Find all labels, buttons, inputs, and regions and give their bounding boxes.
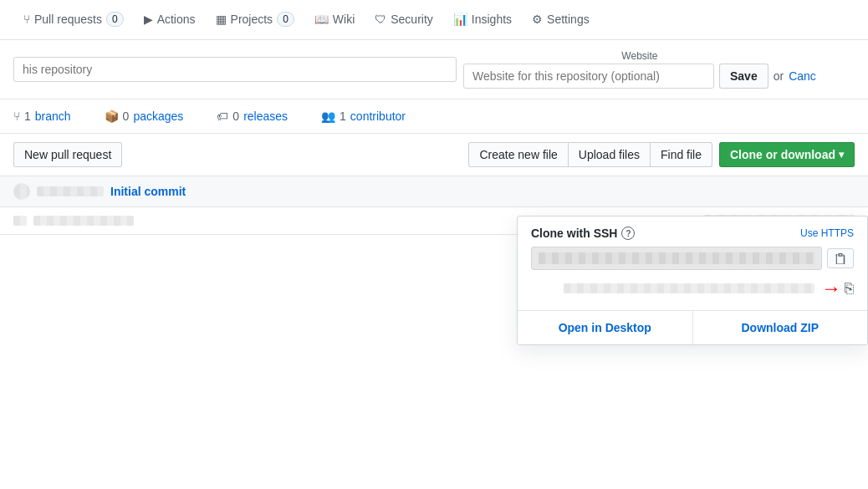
- nav-item-settings[interactable]: ⚙ Settings: [522, 0, 600, 40]
- contributors-link[interactable]: contributor: [350, 110, 406, 123]
- website-row: Save or Canc: [463, 64, 816, 89]
- clone-or-download-button[interactable]: Clone or download ▾: [719, 142, 855, 167]
- right-actions: Create new file Upload files Find file C…: [468, 142, 855, 167]
- security-icon: 🛡: [375, 13, 386, 26]
- clone-button-label: Clone or download: [730, 148, 835, 161]
- nav-item-wiki-label: Wiki: [333, 13, 355, 26]
- nav-item-pull-requests-label: Pull requests: [34, 13, 102, 26]
- stat-contributors: 👥 1 contributor: [321, 110, 406, 123]
- nav-item-insights-label: Insights: [472, 13, 512, 26]
- releases-icon: 🏷: [217, 110, 228, 123]
- clone-panel-header: Clone with SSH ? Use HTTPS: [518, 216, 867, 235]
- projects-badge: 0: [277, 12, 294, 27]
- create-new-file-button[interactable]: Create new file: [468, 142, 568, 167]
- packages-link[interactable]: packages: [133, 110, 183, 123]
- settings-icon: ⚙: [532, 13, 543, 26]
- releases-link[interactable]: releases: [243, 110, 288, 123]
- website-label: Website: [463, 50, 816, 62]
- clone-title: Clone with SSH ?: [531, 227, 635, 235]
- cancel-link[interactable]: Canc: [789, 69, 816, 83]
- projects-icon: ▦: [216, 13, 227, 26]
- avatar-blur: [13, 183, 30, 200]
- contributors-count: 1: [340, 110, 346, 123]
- nav-item-projects[interactable]: ▦ Projects 0: [206, 0, 304, 40]
- nav-item-actions-label: Actions: [157, 13, 196, 26]
- packages-icon: 📦: [105, 110, 119, 123]
- description-row: Website Save or Canc: [0, 40, 868, 99]
- description-input[interactable]: [13, 57, 457, 82]
- filename-blur: [33, 216, 134, 226]
- find-file-button[interactable]: Find file: [651, 142, 712, 167]
- save-button[interactable]: Save: [719, 64, 768, 89]
- releases-count: 0: [232, 110, 239, 123]
- stats-row: ⑂ 1 branch 📦 0 packages 🏷 0 releases 👥 1…: [0, 99, 868, 134]
- action-buttons-group: Create new file Upload files Find file: [468, 142, 712, 167]
- nav-item-projects-label: Projects: [231, 13, 273, 26]
- new-pull-request-button[interactable]: New pull request: [13, 142, 122, 167]
- file-icon-blur: [13, 216, 27, 226]
- top-nav: ⑂ Pull requests 0 ▶ Actions ▦ Projects 0…: [0, 0, 868, 40]
- stat-branches: ⑂ 1 branch: [13, 110, 71, 123]
- website-group: Website Save or Canc: [463, 50, 816, 89]
- action-bar: New pull request Create new file Upload …: [0, 134, 868, 176]
- nav-item-settings-label: Settings: [547, 13, 590, 26]
- nav-item-actions[interactable]: ▶ Actions: [134, 0, 206, 40]
- stat-releases: 🏷 0 releases: [217, 110, 288, 123]
- use-https-link[interactable]: Use HTTPS: [800, 227, 854, 235]
- clone-download-panel: Clone with SSH ? Use HTTPS → ⎘ Open in D…: [517, 216, 868, 235]
- stat-packages: 📦 0 packages: [105, 110, 184, 123]
- wiki-icon: 📖: [314, 13, 329, 26]
- pull-requests-badge: 0: [106, 12, 124, 27]
- clone-info-icon[interactable]: ?: [621, 227, 635, 235]
- nav-item-wiki[interactable]: 📖 Wiki: [304, 0, 365, 40]
- website-input[interactable]: [463, 64, 714, 89]
- nav-item-insights[interactable]: 📊 Insights: [443, 0, 522, 40]
- commit-row: Initial commit: [0, 176, 868, 207]
- username-blur: [37, 186, 104, 196]
- nav-item-pull-requests[interactable]: ⑂ Pull requests 0: [13, 0, 134, 40]
- nav-item-security[interactable]: 🛡 Security: [365, 0, 443, 40]
- nav-item-security-label: Security: [391, 13, 433, 26]
- clone-caret-icon: ▾: [839, 149, 844, 160]
- insights-icon: 📊: [453, 13, 467, 26]
- branch-icon: ⑂: [13, 110, 20, 123]
- contributors-icon: 👥: [321, 110, 335, 123]
- or-text: or: [774, 69, 784, 83]
- packages-count: 0: [123, 110, 130, 123]
- pull-requests-icon: ⑂: [23, 13, 30, 26]
- clone-with-ssh-label: Clone with SSH: [531, 227, 617, 235]
- commit-link[interactable]: Initial commit: [110, 185, 186, 198]
- branch-link[interactable]: branch: [35, 110, 71, 123]
- upload-files-button[interactable]: Upload files: [569, 142, 651, 167]
- branch-count: 1: [24, 110, 31, 123]
- actions-icon: ▶: [144, 13, 153, 26]
